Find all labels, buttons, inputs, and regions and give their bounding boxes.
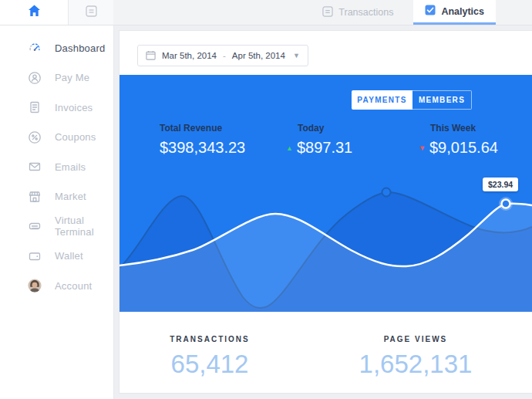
transactions-label: TRANSACTIONS: [120, 335, 300, 343]
emails-icon: [28, 160, 42, 174]
stat-value: $897.31: [297, 139, 352, 157]
tab-home[interactable]: [0, 0, 68, 25]
sidebar-item-dashboard[interactable]: Dashboard: [0, 33, 113, 63]
home-icon: [28, 5, 41, 20]
chevron-down-icon: ▼: [293, 52, 300, 59]
sidebar-item-label: Dashboard: [55, 42, 105, 54]
date-start: Mar 5th, 2014: [162, 51, 217, 60]
transactions-stat: TRANSACTIONS 65,412: [120, 335, 300, 379]
series-toggle: PAYMENTS MEMBERS: [352, 90, 472, 110]
stat-label: Total Revenue: [160, 123, 245, 134]
calendar-icon: [146, 50, 156, 62]
stat-value: $398,343.23: [160, 139, 245, 157]
sidebar-item-virtual-terminal[interactable]: Virtual Terminal: [0, 211, 113, 242]
sidebar-item-label: Invoices: [55, 102, 93, 113]
tab-documents[interactable]: [69, 0, 113, 25]
main-content: Mar 5th, 2014 - Apr 5th, 2014 ▼: [114, 25, 532, 399]
sidebar-item-label: Pay Me: [55, 72, 89, 83]
sidebar-item-invoices[interactable]: Invoices: [0, 93, 113, 123]
sidebar-item-label: Coupons: [55, 131, 96, 143]
stat-value: $9,015.64: [429, 139, 498, 157]
sidebar-item-emails[interactable]: Emails: [0, 152, 113, 182]
invoices-icon: [28, 100, 42, 114]
document-icon: [86, 5, 97, 20]
virtual-terminal-icon: [28, 219, 42, 233]
market-icon: [28, 190, 42, 204]
coupons-icon: [28, 130, 42, 144]
date-end: Apr 5th, 2014: [232, 51, 285, 60]
members-toggle-button[interactable]: MEMBERS: [412, 90, 472, 110]
sidebar-item-coupons[interactable]: Coupons: [0, 123, 113, 153]
analytics-card: Mar 5th, 2014 - Apr 5th, 2014 ▼: [120, 31, 532, 393]
sidebar-item-label: Wallet: [55, 250, 83, 262]
sidebar-item-account[interactable]: Account: [0, 271, 113, 301]
sidebar-item-label: Emails: [55, 161, 86, 173]
transactions-doc-icon: [322, 6, 333, 19]
tab-transactions[interactable]: Transactions: [322, 0, 393, 25]
date-separator: -: [223, 51, 226, 60]
stat-label: This Week: [419, 123, 498, 134]
top-bar: Transactions Analytics: [0, 0, 532, 25]
dashboard-gauge-icon: [28, 41, 42, 55]
sidebar-item-market[interactable]: Market: [0, 182, 113, 212]
chart-tooltip: $23.94: [483, 178, 518, 191]
header-spacer: [113, 0, 322, 25]
sidebar-item-label: Virtual Terminal: [55, 215, 113, 238]
checkbox-check-icon: [425, 5, 436, 18]
light-series-marker[interactable]: [502, 200, 510, 208]
sidebar: Dashboard Pay Me: [0, 25, 114, 399]
stat-total-revenue: Total Revenue $398,343.23: [160, 123, 245, 157]
tab-analytics[interactable]: Analytics: [413, 0, 496, 25]
page-views-value: 1,652,131: [300, 350, 531, 379]
transactions-value: 65,412: [120, 350, 300, 379]
page-views-label: PAGE VIEWS: [300, 335, 531, 343]
payments-toggle-button[interactable]: PAYMENTS: [352, 90, 412, 110]
trend-up-icon: ▲: [286, 144, 293, 152]
wallet-icon: [28, 249, 42, 263]
sidebar-item-label: Account: [55, 280, 92, 292]
sidebar-item-pay-me[interactable]: Pay Me: [0, 63, 113, 93]
stat-label: Today: [286, 123, 352, 134]
page-views-stat: PAGE VIEWS 1,652,131: [300, 335, 531, 379]
pay-me-icon: [28, 71, 42, 85]
dark-series-marker[interactable]: [382, 188, 391, 197]
tab-analytics-label: Analytics: [441, 6, 484, 17]
date-range-picker[interactable]: Mar 5th, 2014 - Apr 5th, 2014 ▼: [137, 45, 308, 66]
chart-panel: PAYMENTS MEMBERS Total Revenue $398,343.…: [120, 75, 532, 312]
stat-this-week: This Week ▼ $9,015.64: [419, 123, 498, 157]
area-chart: [120, 75, 532, 312]
sidebar-item-wallet[interactable]: Wallet: [0, 242, 113, 272]
account-avatar: [28, 279, 42, 292]
stat-today: Today ▲ $897.31: [286, 123, 352, 157]
sidebar-item-label: Market: [55, 191, 86, 202]
trend-down-icon: ▼: [419, 144, 426, 152]
tab-transactions-label: Transactions: [338, 7, 393, 18]
app-window: Transactions Analytics: [0, 0, 532, 399]
